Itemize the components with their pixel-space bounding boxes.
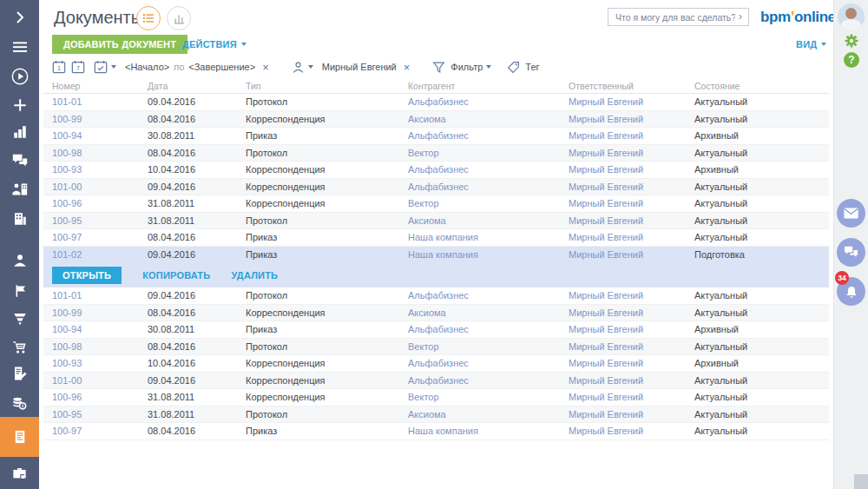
clear-owner-filter-icon[interactable]: × xyxy=(404,62,411,73)
products-briefcase-icon[interactable] xyxy=(0,459,39,486)
cell-owner[interactable]: Мирный Евгений xyxy=(560,232,686,242)
contracts-icon[interactable] xyxy=(0,360,39,387)
cell-number[interactable]: 100-93 xyxy=(43,358,139,368)
table-row[interactable]: 100-9631.08.2011КорреспонденцияВекторМир… xyxy=(43,389,829,406)
chat-icon[interactable] xyxy=(837,238,865,267)
cell-number[interactable]: 100-96 xyxy=(43,392,139,402)
table-row[interactable]: 100-9531.08.2011ПротоколАксиомаМирный Ев… xyxy=(43,406,829,424)
cell-owner[interactable]: Мирный Евгений xyxy=(560,198,686,208)
filter-date-to[interactable]: <Завершение> xyxy=(188,62,255,72)
cell-owner[interactable]: Мирный Евгений xyxy=(560,426,686,436)
column-header-type[interactable]: Тип xyxy=(237,81,399,91)
command-line-input[interactable] xyxy=(608,12,739,23)
table-row[interactable]: 100-9808.04.2016ПротоколВекторМирный Евг… xyxy=(43,145,829,162)
cell-owner[interactable]: Мирный Евгений xyxy=(560,358,686,368)
add-document-button[interactable]: ДОБАВИТЬ ДОКУМЕНТ xyxy=(52,35,187,54)
table-row[interactable]: 101-0209.04.2016ПриказНаша компанияМирны… xyxy=(43,247,829,264)
sales-funnel-icon[interactable] xyxy=(0,305,39,333)
table-row[interactable]: 100-9908.04.2016КорреспонденцияАксиомаМи… xyxy=(43,305,829,322)
sidebar-item-documents[interactable] xyxy=(0,417,39,457)
open-button[interactable]: ОТКРЫТЬ xyxy=(52,267,122,284)
cell-owner[interactable]: Мирный Евгений xyxy=(560,148,686,158)
calendar-period-icon[interactable] xyxy=(94,60,108,74)
orders-cart-icon[interactable] xyxy=(0,333,39,360)
cell-counterparty[interactable]: Вектор xyxy=(399,198,560,208)
cell-number[interactable]: 100-95 xyxy=(43,409,139,420)
cell-owner[interactable]: Мирный Евгений xyxy=(560,182,686,192)
clear-date-filter-icon[interactable]: × xyxy=(262,62,269,73)
cell-owner[interactable]: Мирный Евгений xyxy=(560,307,686,318)
cell-number[interactable]: 100-97 xyxy=(43,232,139,242)
table-row[interactable]: 100-9808.04.2016ПротоколВекторМирный Евг… xyxy=(43,339,829,356)
cell-counterparty[interactable]: Вектор xyxy=(399,392,560,402)
table-row[interactable]: 101-0109.04.2016ПротоколАльфабизнесМирны… xyxy=(43,287,829,305)
menu-icon[interactable] xyxy=(0,33,39,61)
cell-counterparty[interactable]: Альфабизнес xyxy=(399,96,560,107)
cell-counterparty[interactable]: Наша компания xyxy=(399,249,560,260)
column-header-counterparty[interactable]: Контрагент xyxy=(399,81,560,91)
table-row[interactable]: 100-9310.04.2016КорреспонденцияАльфабизн… xyxy=(43,355,829,373)
chevron-down-icon[interactable] xyxy=(111,65,116,69)
cell-number[interactable]: 100-95 xyxy=(43,215,139,226)
table-row[interactable]: 100-9430.08.2011ПриказАльфабизнесМирный … xyxy=(43,128,829,145)
cell-counterparty[interactable]: Альфабизнес xyxy=(399,290,560,301)
contacts-accounts-icon[interactable] xyxy=(0,175,39,203)
cell-counterparty[interactable]: Альфабизнес xyxy=(399,358,560,368)
cell-counterparty[interactable]: Наша компания xyxy=(399,426,560,436)
cell-counterparty[interactable]: Аксиома xyxy=(399,114,560,124)
filter-funnel-icon[interactable] xyxy=(432,61,445,74)
cell-number[interactable]: 100-99 xyxy=(43,114,139,124)
accounts-icon[interactable] xyxy=(0,205,39,233)
table-row[interactable]: 100-9631.08.2011КорреспонденцияВекторМир… xyxy=(43,195,829,213)
cell-counterparty[interactable]: Альфабизнес xyxy=(399,130,560,141)
leads-flag-icon[interactable] xyxy=(0,277,39,305)
view-dropdown[interactable]: ВИД xyxy=(796,39,826,50)
finance-coins-icon[interactable] xyxy=(0,389,39,417)
filter-owner-value[interactable]: Мирный Евгений xyxy=(322,62,397,72)
column-header-number[interactable]: Номер xyxy=(43,81,139,91)
cell-owner[interactable]: Мирный Евгений xyxy=(560,130,686,141)
filter-date-from[interactable]: <Начало> xyxy=(125,62,169,72)
table-row[interactable]: 100-9310.04.2016КорреспонденцияАльфабизн… xyxy=(43,162,829,179)
cell-owner[interactable]: Мирный Евгений xyxy=(560,249,686,260)
notification-badge[interactable]: 34 xyxy=(835,271,849,285)
cell-counterparty[interactable]: Аксиома xyxy=(399,215,560,226)
cell-owner[interactable]: Мирный Евгений xyxy=(560,341,686,352)
column-header-date[interactable]: Дата xyxy=(139,81,237,91)
tag-filter[interactable]: Тег xyxy=(525,62,539,72)
cell-number[interactable]: 100-98 xyxy=(43,148,139,158)
cell-number[interactable]: 100-97 xyxy=(43,426,139,436)
cell-owner[interactable]: Мирный Евгений xyxy=(560,96,686,107)
cell-owner[interactable]: Мирный Евгений xyxy=(560,114,686,124)
feed-chat-icon[interactable] xyxy=(0,147,39,175)
table-row[interactable]: 100-9531.08.2011ПротоколАксиомаМирный Ев… xyxy=(43,213,829,230)
cell-counterparty[interactable]: Аксиома xyxy=(399,409,560,420)
add-icon[interactable] xyxy=(0,91,39,119)
email-icon[interactable] xyxy=(837,199,865,228)
cell-number[interactable]: 101-01 xyxy=(43,96,139,107)
calendar-day-icon[interactable]: 1 xyxy=(52,60,66,74)
help-icon[interactable]: ? xyxy=(844,52,859,68)
table-row[interactable]: 100-9708.04.2016ПриказНаша компанияМирны… xyxy=(43,229,829,247)
cell-owner[interactable]: Мирный Евгений xyxy=(560,409,686,420)
cell-counterparty[interactable]: Аксиома xyxy=(399,307,560,318)
column-header-owner[interactable]: Ответственный xyxy=(560,81,686,91)
tag-icon[interactable] xyxy=(507,61,520,74)
table-row[interactable]: 100-9708.04.2016ПриказНаша компанияМирны… xyxy=(43,423,829,440)
cell-number[interactable]: 101-01 xyxy=(43,290,139,301)
cell-counterparty[interactable]: Вектор xyxy=(399,148,560,158)
cell-owner[interactable]: Мирный Евгений xyxy=(560,215,686,226)
chevron-down-icon[interactable] xyxy=(486,65,491,69)
cell-owner[interactable]: Мирный Евгений xyxy=(560,392,686,402)
table-row[interactable]: 101-0009.04.2016КорреспонденцияАльфабизн… xyxy=(43,373,829,390)
collapse-panel-icon[interactable] xyxy=(0,3,39,31)
table-row[interactable]: 101-0109.04.2016ПротоколАльфабизнесМирны… xyxy=(43,94,829,111)
cell-owner[interactable]: Мирный Евгений xyxy=(560,324,686,334)
filter-menu[interactable]: Фильтр xyxy=(450,62,483,72)
cell-number[interactable]: 100-99 xyxy=(43,307,139,318)
cell-number[interactable]: 100-94 xyxy=(43,324,139,334)
cell-counterparty[interactable]: Наша компания xyxy=(399,232,560,242)
table-row[interactable]: 100-9430.08.2011ПриказАльфабизнесМирный … xyxy=(43,321,829,339)
cell-number[interactable]: 100-93 xyxy=(43,164,139,175)
actions-dropdown[interactable]: ДЕЙСТВИЯ xyxy=(182,39,247,50)
